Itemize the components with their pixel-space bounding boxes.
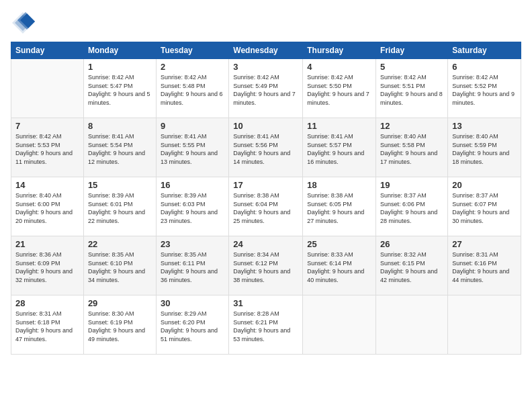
day-number: 8 xyxy=(88,121,152,131)
day-info: Sunrise: 8:40 AMSunset: 5:59 PMDaylight:… xyxy=(452,132,517,166)
day-info: Sunrise: 8:41 AMSunset: 5:56 PMDaylight:… xyxy=(233,132,298,166)
calendar-cell: 2Sunrise: 8:42 AMSunset: 5:48 PMDaylight… xyxy=(156,59,228,118)
day-number: 20 xyxy=(452,180,517,190)
calendar-cell: 1Sunrise: 8:42 AMSunset: 5:47 PMDaylight… xyxy=(83,59,156,118)
day-number: 12 xyxy=(380,121,443,131)
weekday-header-thursday: Thursday xyxy=(303,42,376,59)
day-number: 13 xyxy=(452,121,517,131)
calendar-cell: 16Sunrise: 8:39 AMSunset: 6:03 PMDayligh… xyxy=(156,177,228,236)
weekday-header-monday: Monday xyxy=(83,42,156,59)
day-number: 6 xyxy=(452,62,517,72)
calendar-cell: 12Sunrise: 8:40 AMSunset: 5:58 PMDayligh… xyxy=(376,118,448,177)
day-info: Sunrise: 8:42 AMSunset: 5:52 PMDaylight:… xyxy=(452,73,517,107)
calendar-cell: 20Sunrise: 8:37 AMSunset: 6:07 PMDayligh… xyxy=(448,177,521,236)
weekday-header-row: SundayMondayTuesdayWednesdayThursdayFrid… xyxy=(11,42,521,59)
day-number: 22 xyxy=(88,239,152,249)
day-number: 5 xyxy=(380,62,443,72)
day-info: Sunrise: 8:36 AMSunset: 6:09 PMDaylight:… xyxy=(15,250,79,284)
day-number: 21 xyxy=(15,239,79,249)
calendar-cell: 4Sunrise: 8:42 AMSunset: 5:50 PMDaylight… xyxy=(303,59,376,118)
day-info: Sunrise: 8:42 AMSunset: 5:48 PMDaylight:… xyxy=(161,73,224,107)
day-number: 28 xyxy=(15,298,79,308)
day-info: Sunrise: 8:41 AMSunset: 5:55 PMDaylight:… xyxy=(161,132,224,166)
day-info: Sunrise: 8:38 AMSunset: 6:05 PMDaylight:… xyxy=(307,191,371,225)
day-info: Sunrise: 8:38 AMSunset: 6:04 PMDaylight:… xyxy=(233,191,298,225)
day-number: 29 xyxy=(88,298,152,308)
day-number: 30 xyxy=(161,298,224,308)
day-number: 25 xyxy=(307,239,371,249)
day-info: Sunrise: 8:29 AMSunset: 6:20 PMDaylight:… xyxy=(161,310,224,343)
weekday-header-wednesday: Wednesday xyxy=(229,42,303,59)
day-info: Sunrise: 8:39 AMSunset: 6:03 PMDaylight:… xyxy=(161,191,224,225)
day-info: Sunrise: 8:35 AMSunset: 6:10 PMDaylight:… xyxy=(88,250,152,284)
calendar-cell: 10Sunrise: 8:41 AMSunset: 5:56 PMDayligh… xyxy=(229,118,303,177)
day-info: Sunrise: 8:34 AMSunset: 6:12 PMDaylight:… xyxy=(233,250,298,284)
day-number: 11 xyxy=(307,121,371,131)
day-info: Sunrise: 8:42 AMSunset: 5:50 PMDaylight:… xyxy=(307,73,371,107)
logo-icon xyxy=(11,11,35,35)
day-info: Sunrise: 8:41 AMSunset: 5:54 PMDaylight:… xyxy=(88,132,152,166)
weekday-header-friday: Friday xyxy=(376,42,448,59)
calendar-cell: 19Sunrise: 8:37 AMSunset: 6:06 PMDayligh… xyxy=(376,177,448,236)
day-info: Sunrise: 8:28 AMSunset: 6:21 PMDaylight:… xyxy=(233,310,298,343)
day-number: 10 xyxy=(233,121,298,131)
calendar-cell: 14Sunrise: 8:40 AMSunset: 6:00 PMDayligh… xyxy=(11,177,84,236)
calendar-cell: 7Sunrise: 8:42 AMSunset: 5:53 PMDaylight… xyxy=(11,118,84,177)
day-number: 26 xyxy=(380,239,443,249)
day-number: 14 xyxy=(15,180,79,190)
calendar-cell: 21Sunrise: 8:36 AMSunset: 6:09 PMDayligh… xyxy=(11,236,84,295)
calendar-cell: 28Sunrise: 8:31 AMSunset: 6:18 PMDayligh… xyxy=(11,295,84,355)
calendar-table: SundayMondayTuesdayWednesdayThursdayFrid… xyxy=(11,42,521,355)
calendar-cell: 31Sunrise: 8:28 AMSunset: 6:21 PMDayligh… xyxy=(229,295,303,355)
calendar-week-4: 21Sunrise: 8:36 AMSunset: 6:09 PMDayligh… xyxy=(11,236,521,295)
day-number: 31 xyxy=(233,298,298,308)
calendar-cell: 3Sunrise: 8:42 AMSunset: 5:49 PMDaylight… xyxy=(229,59,303,118)
page: SundayMondayTuesdayWednesdayThursdayFrid… xyxy=(0,0,532,411)
day-info: Sunrise: 8:35 AMSunset: 6:11 PMDaylight:… xyxy=(161,250,224,284)
calendar-cell: 23Sunrise: 8:35 AMSunset: 6:11 PMDayligh… xyxy=(156,236,228,295)
calendar-cell: 27Sunrise: 8:31 AMSunset: 6:16 PMDayligh… xyxy=(448,236,521,295)
day-number: 15 xyxy=(88,180,152,190)
day-number: 24 xyxy=(233,239,298,249)
calendar-week-5: 28Sunrise: 8:31 AMSunset: 6:18 PMDayligh… xyxy=(11,295,521,355)
day-info: Sunrise: 8:42 AMSunset: 5:51 PMDaylight:… xyxy=(380,73,443,107)
day-info: Sunrise: 8:37 AMSunset: 6:06 PMDaylight:… xyxy=(380,191,443,225)
calendar-cell: 9Sunrise: 8:41 AMSunset: 5:55 PMDaylight… xyxy=(156,118,228,177)
day-info: Sunrise: 8:33 AMSunset: 6:14 PMDaylight:… xyxy=(307,250,371,284)
day-info: Sunrise: 8:40 AMSunset: 6:00 PMDaylight:… xyxy=(15,191,79,225)
calendar-week-1: 1Sunrise: 8:42 AMSunset: 5:47 PMDaylight… xyxy=(11,59,521,118)
calendar-cell xyxy=(448,295,521,355)
calendar-cell: 17Sunrise: 8:38 AMSunset: 6:04 PMDayligh… xyxy=(229,177,303,236)
day-info: Sunrise: 8:31 AMSunset: 6:18 PMDaylight:… xyxy=(15,310,79,343)
calendar-cell: 6Sunrise: 8:42 AMSunset: 5:52 PMDaylight… xyxy=(448,59,521,118)
calendar-cell: 30Sunrise: 8:29 AMSunset: 6:20 PMDayligh… xyxy=(156,295,228,355)
calendar-cell xyxy=(303,295,376,355)
weekday-header-tuesday: Tuesday xyxy=(156,42,228,59)
day-number: 2 xyxy=(161,62,224,72)
weekday-header-saturday: Saturday xyxy=(448,42,521,59)
weekday-header-sunday: Sunday xyxy=(11,42,84,59)
calendar-week-2: 7Sunrise: 8:42 AMSunset: 5:53 PMDaylight… xyxy=(11,118,521,177)
calendar-cell xyxy=(376,295,448,355)
day-number: 18 xyxy=(307,180,371,190)
calendar-cell: 18Sunrise: 8:38 AMSunset: 6:05 PMDayligh… xyxy=(303,177,376,236)
day-number: 23 xyxy=(161,239,224,249)
calendar-cell: 5Sunrise: 8:42 AMSunset: 5:51 PMDaylight… xyxy=(376,59,448,118)
day-info: Sunrise: 8:41 AMSunset: 5:57 PMDaylight:… xyxy=(307,132,371,166)
calendar-cell: 22Sunrise: 8:35 AMSunset: 6:10 PMDayligh… xyxy=(83,236,156,295)
calendar-cell: 8Sunrise: 8:41 AMSunset: 5:54 PMDaylight… xyxy=(83,118,156,177)
day-number: 4 xyxy=(307,62,371,72)
day-info: Sunrise: 8:42 AMSunset: 5:53 PMDaylight:… xyxy=(15,132,79,166)
day-info: Sunrise: 8:42 AMSunset: 5:47 PMDaylight:… xyxy=(88,73,152,107)
day-number: 7 xyxy=(15,121,79,131)
calendar-cell: 24Sunrise: 8:34 AMSunset: 6:12 PMDayligh… xyxy=(229,236,303,295)
day-info: Sunrise: 8:32 AMSunset: 6:15 PMDaylight:… xyxy=(380,250,443,284)
day-number: 27 xyxy=(452,239,517,249)
day-number: 17 xyxy=(233,180,298,190)
day-number: 3 xyxy=(233,62,298,72)
day-number: 1 xyxy=(88,62,152,72)
day-number: 9 xyxy=(161,121,224,131)
calendar-cell: 29Sunrise: 8:30 AMSunset: 6:19 PMDayligh… xyxy=(83,295,156,355)
calendar-cell: 11Sunrise: 8:41 AMSunset: 5:57 PMDayligh… xyxy=(303,118,376,177)
day-info: Sunrise: 8:31 AMSunset: 6:16 PMDaylight:… xyxy=(452,250,517,284)
